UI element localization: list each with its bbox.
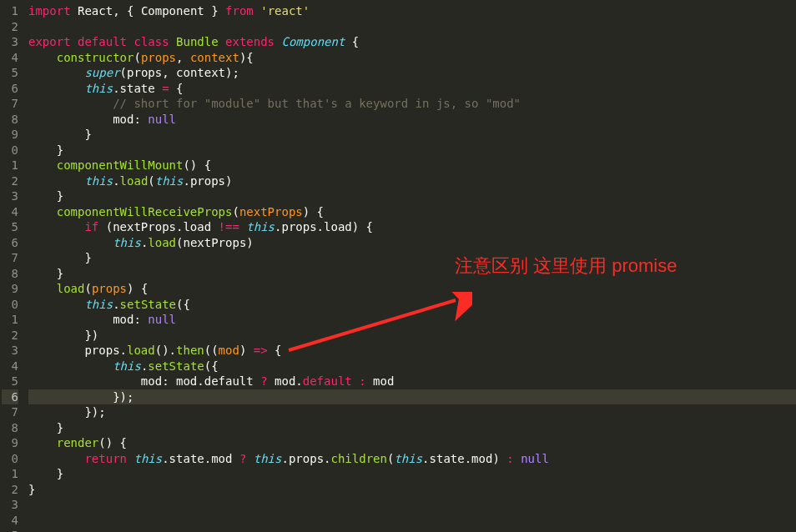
line-number: 2 bbox=[2, 19, 18, 35]
token: .props.load) { bbox=[275, 220, 373, 233]
token: this bbox=[84, 82, 113, 95]
line-number: 1 bbox=[2, 158, 18, 173]
token bbox=[28, 158, 57, 172]
code-line[interactable] bbox=[28, 497, 796, 513]
token: (props, context); bbox=[120, 66, 239, 79]
code-line[interactable]: this.load(nextProps) bbox=[28, 235, 796, 251]
code-line[interactable]: } bbox=[28, 188, 796, 204]
token: componentWillMount bbox=[57, 158, 184, 172]
code-line[interactable] bbox=[28, 528, 796, 532]
token: this bbox=[246, 220, 275, 233]
token: context bbox=[190, 51, 239, 64]
code-line[interactable]: mod: null bbox=[28, 112, 796, 128]
code-line[interactable]: mod: null bbox=[28, 312, 796, 328]
token: } bbox=[28, 421, 63, 434]
code-line[interactable]: } bbox=[28, 266, 796, 282]
code-line[interactable]: } bbox=[28, 420, 796, 436]
token: 'react' bbox=[260, 4, 310, 18]
token: this bbox=[394, 452, 422, 465]
token: ){ bbox=[239, 51, 254, 64]
code-line[interactable]: // short for "module" but that's a keywo… bbox=[28, 96, 796, 112]
code-line[interactable]: super(props, context); bbox=[28, 65, 796, 81]
code-line[interactable]: }) bbox=[28, 328, 796, 344]
code-line[interactable]: load(props) { bbox=[28, 281, 796, 297]
token: super bbox=[84, 66, 119, 79]
line-number: 6 bbox=[2, 389, 18, 405]
code-line[interactable]: props.load().then((mod) => { bbox=[28, 343, 796, 359]
token: (). bbox=[155, 344, 176, 357]
code-line[interactable]: } bbox=[28, 250, 796, 266]
token bbox=[28, 174, 84, 188]
line-number: 3 bbox=[2, 497, 18, 513]
code-line[interactable]: constructor(props, context){ bbox=[28, 50, 796, 66]
token: { bbox=[169, 82, 184, 95]
code-line[interactable]: } bbox=[28, 482, 796, 498]
token: mod. bbox=[268, 374, 303, 388]
token: Component bbox=[281, 35, 345, 48]
token: => bbox=[254, 344, 268, 357]
token: setState bbox=[148, 359, 204, 373]
token: this bbox=[113, 236, 141, 249]
code-line[interactable]: import React, { Component } from 'react' bbox=[28, 3, 796, 19]
code-line[interactable]: }); bbox=[28, 404, 796, 420]
code-line[interactable] bbox=[28, 19, 796, 35]
token: }); bbox=[28, 405, 106, 419]
token: ? bbox=[260, 374, 267, 388]
token: this bbox=[113, 359, 141, 373]
token: return bbox=[84, 452, 127, 465]
token: this bbox=[134, 452, 162, 465]
token: props. bbox=[28, 344, 127, 357]
code-line[interactable]: render() { bbox=[28, 435, 796, 451]
token: (nextProps.load bbox=[98, 220, 218, 233]
code-line[interactable]: } bbox=[28, 127, 796, 143]
line-number: 9 bbox=[2, 281, 18, 297]
token: , { bbox=[113, 4, 141, 18]
token bbox=[28, 97, 113, 110]
code-editor[interactable]: 12345678901234567890123456789012345 impo… bbox=[0, 0, 796, 532]
token bbox=[28, 282, 57, 295]
code-line[interactable]: return this.state.mod ? this.props.child… bbox=[28, 451, 796, 467]
token bbox=[352, 374, 359, 388]
line-number: 2 bbox=[2, 173, 18, 189]
line-number: 2 bbox=[2, 482, 18, 498]
token: render bbox=[57, 436, 99, 449]
line-number: 9 bbox=[2, 127, 18, 143]
code-line[interactable]: export default class Bundle extends Comp… bbox=[28, 34, 796, 50]
token: default bbox=[303, 374, 352, 388]
token: null bbox=[148, 313, 176, 326]
token: ({ bbox=[204, 359, 219, 373]
code-line[interactable]: this.state = { bbox=[28, 81, 796, 97]
token bbox=[246, 452, 253, 465]
token: ( bbox=[148, 174, 154, 188]
token: null bbox=[521, 452, 549, 465]
token: } bbox=[28, 267, 63, 280]
code-line[interactable]: this.load(this.props) bbox=[28, 173, 796, 189]
code-line[interactable]: } bbox=[28, 466, 796, 482]
token: ( bbox=[134, 51, 140, 64]
code-line[interactable] bbox=[28, 513, 796, 529]
token: () { bbox=[98, 436, 127, 449]
line-number: 5 bbox=[2, 65, 18, 81]
token bbox=[28, 236, 113, 249]
code-line[interactable]: componentWillReceiveProps(nextProps) { bbox=[28, 204, 796, 220]
code-line[interactable]: if (nextProps.load !== this.props.load) … bbox=[28, 219, 796, 235]
line-number: 3 bbox=[2, 343, 18, 359]
token: export bbox=[28, 35, 78, 48]
token: setState bbox=[120, 298, 176, 311]
code-line[interactable]: }); bbox=[28, 389, 796, 405]
code-line[interactable]: componentWillMount() { bbox=[28, 158, 796, 173]
code-line[interactable]: this.setState({ bbox=[28, 359, 796, 374]
token: class bbox=[134, 35, 176, 48]
token: load bbox=[148, 236, 176, 249]
token: = bbox=[162, 82, 169, 95]
line-number: 1 bbox=[2, 466, 18, 482]
token: if bbox=[84, 220, 98, 233]
token: extends bbox=[225, 35, 281, 48]
line-number: 1 bbox=[2, 312, 18, 328]
line-number: 4 bbox=[2, 204, 18, 220]
code-area[interactable]: import React, { Component } from 'react'… bbox=[20, 0, 796, 532]
token: load bbox=[127, 344, 155, 357]
code-line[interactable]: } bbox=[28, 143, 796, 158]
code-line[interactable]: this.setState({ bbox=[28, 297, 796, 313]
code-line[interactable]: mod: mod.default ? mod.default : mod bbox=[28, 374, 796, 389]
